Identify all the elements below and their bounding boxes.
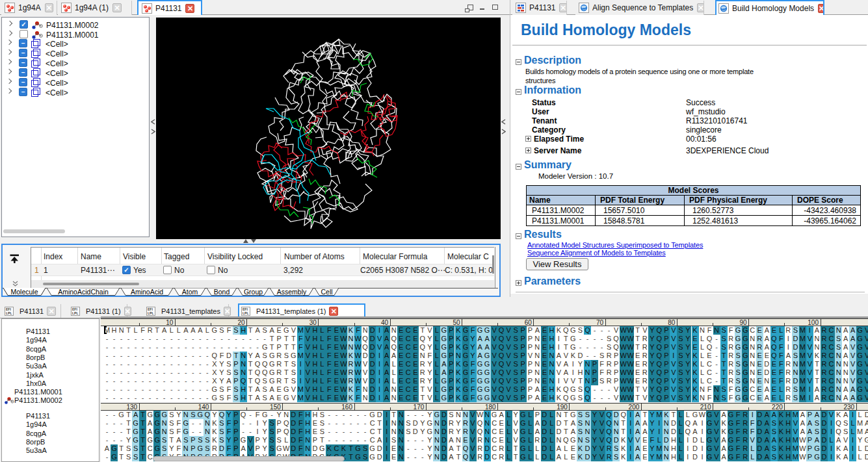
svg-text:Group: Group — [244, 288, 263, 296]
svg-text:Assembly: Assembly — [277, 288, 307, 296]
svg-text:Cell: Cell — [321, 288, 332, 296]
svg-text:AminoAcidChain: AminoAcidChain — [58, 288, 109, 296]
svg-text:Molecule: Molecule — [10, 288, 38, 296]
svg-text:AminoAcid: AminoAcid — [131, 288, 163, 296]
svg-text:Bond: Bond — [214, 288, 230, 296]
svg-text:Atom: Atom — [182, 288, 198, 296]
